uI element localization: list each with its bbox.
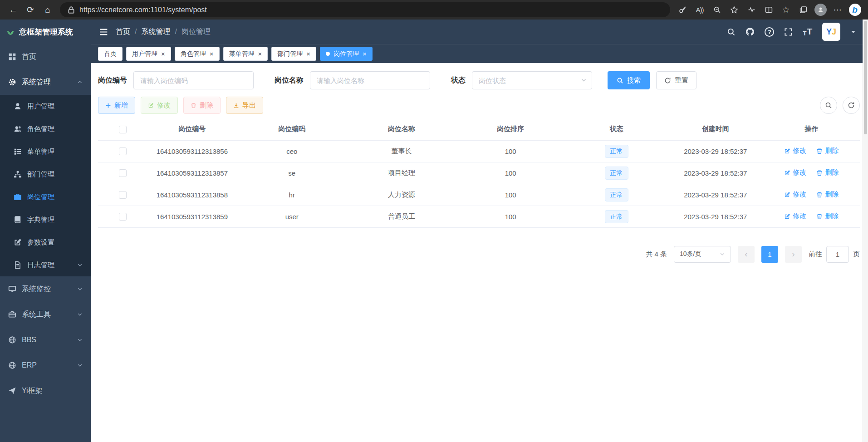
home-button[interactable]: ⌂: [39, 2, 56, 18]
export-button[interactable]: 导出: [226, 97, 263, 114]
tab-close-icon[interactable]: ×: [363, 50, 367, 57]
status-badge: 正常: [605, 167, 628, 180]
breadcrumb-system[interactable]: 系统管理: [141, 27, 170, 37]
read-aloud-icon[interactable]: A)): [691, 2, 708, 18]
tab-close-icon[interactable]: ×: [306, 50, 310, 57]
sidebar-item-posts[interactable]: 岗位管理: [0, 186, 91, 208]
row-delete-link[interactable]: 删除: [816, 147, 839, 155]
toggle-search-button[interactable]: [820, 97, 837, 114]
collections-icon[interactable]: [794, 2, 812, 18]
table-row: 1641030593112313857 se 项目经理 100 正常 2023-…: [98, 162, 860, 184]
edit-button-disabled[interactable]: 修改: [141, 97, 178, 114]
font-size-icon[interactable]: TT: [803, 27, 812, 37]
sidebar-item-roles[interactable]: 角色管理: [0, 118, 91, 140]
row-delete-link[interactable]: 删除: [816, 212, 839, 221]
status-select[interactable]: [472, 71, 592, 89]
scrollbar-thumb[interactable]: [864, 21, 867, 134]
favorites-add-icon[interactable]: [726, 2, 743, 18]
edit-icon: [148, 103, 154, 108]
row-edit-link[interactable]: 修改: [784, 212, 806, 221]
status-select-input[interactable]: [472, 71, 592, 89]
tab-menus[interactable]: 菜单管理 ×: [223, 47, 268, 61]
row-edit-link[interactable]: 修改: [784, 147, 806, 155]
browser-essentials-icon[interactable]: [743, 2, 760, 18]
column-header: 岗位编号: [147, 118, 236, 140]
next-page-button[interactable]: ›: [785, 246, 802, 263]
sidebar-item-yi-framework[interactable]: Yi框架: [0, 378, 91, 403]
row-checkbox[interactable]: [119, 147, 127, 155]
sidebar-item-bbs[interactable]: BBS: [0, 327, 91, 353]
sidebar-item-monitoring[interactable]: 系统监控: [0, 276, 91, 302]
sidebar-item-logs[interactable]: 日志管理: [0, 254, 91, 276]
row-checkbox[interactable]: [119, 213, 127, 221]
select-all-checkbox[interactable]: [119, 126, 127, 133]
row-checkbox[interactable]: [119, 169, 127, 177]
main-area: 首页 / 系统管理 / 岗位管理 ? T: [91, 20, 868, 442]
current-page-button[interactable]: 1: [761, 246, 778, 263]
edit-link-label: 修改: [793, 212, 806, 221]
row-edit-link[interactable]: 修改: [784, 190, 806, 199]
sidebar-item-users[interactable]: 用户管理: [0, 95, 91, 118]
favorites-bar-icon[interactable]: ☆: [777, 2, 794, 18]
back-button[interactable]: ←: [5, 2, 22, 18]
users-icon: [14, 125, 22, 133]
address-bar[interactable]: https://ccnetcore.com:1101/system/post: [60, 2, 670, 17]
add-button[interactable]: 新增: [98, 97, 135, 114]
page-size-select[interactable]: 10条/页: [674, 246, 731, 263]
profile-avatar[interactable]: [812, 2, 829, 18]
pagination: 共 4 条 10条/页 ‹ 1 › 前往 页: [98, 246, 860, 263]
sidebar-item-departments[interactable]: 部门管理: [0, 163, 91, 186]
tab-roles[interactable]: 角色管理 ×: [175, 47, 220, 61]
help-icon[interactable]: ?: [765, 27, 774, 37]
sidebar-item-tools[interactable]: 系统工具: [0, 302, 91, 327]
more-menu-icon[interactable]: ⋯: [829, 2, 846, 18]
tab-posts-active[interactable]: 岗位管理 ×: [320, 47, 373, 61]
goto-page-input[interactable]: [826, 246, 849, 263]
reset-button-label: 重置: [675, 76, 688, 85]
tab-departments[interactable]: 部门管理 ×: [271, 47, 316, 61]
refresh-button[interactable]: ⟳: [22, 2, 39, 18]
chevron-down-icon: [77, 312, 83, 317]
search-button[interactable]: 搜索: [608, 71, 650, 89]
post-name-input[interactable]: [310, 71, 430, 89]
tab-users[interactable]: 用户管理 ×: [126, 47, 171, 61]
reset-button[interactable]: 重置: [656, 71, 696, 89]
sidebar-item-erp[interactable]: ERP: [0, 353, 91, 378]
tab-close-icon[interactable]: ×: [258, 50, 262, 57]
tab-home[interactable]: 首页: [98, 47, 123, 61]
user-menu-caret-icon[interactable]: [850, 29, 856, 35]
sidebar-item-label: 部门管理: [27, 170, 54, 179]
split-screen-icon[interactable]: [760, 2, 777, 18]
github-icon[interactable]: [745, 27, 755, 36]
page-scrollbar[interactable]: [863, 20, 868, 442]
user-avatar[interactable]: YJ: [822, 23, 840, 41]
edit-icon: [784, 213, 790, 220]
tab-close-icon[interactable]: ×: [210, 50, 214, 57]
prev-page-button[interactable]: ‹: [738, 246, 755, 263]
zoom-icon[interactable]: [708, 2, 726, 18]
app-logo[interactable]: 意框架管理系统: [0, 20, 91, 44]
sidebar-toggle[interactable]: [99, 27, 108, 37]
sidebar-item-parameters[interactable]: 参数设置: [0, 231, 91, 254]
sidebar-item-dictionary[interactable]: 字典管理: [0, 208, 91, 231]
sidebar-item-home[interactable]: 首页: [0, 44, 91, 69]
copilot-icon[interactable]: b: [846, 2, 863, 18]
table-header-row: 岗位编号 岗位编码 岗位名称 岗位排序 状态 创建时间 操作: [98, 118, 860, 140]
delete-button-disabled[interactable]: 删除: [183, 97, 221, 114]
sidebar-item-label: 角色管理: [27, 125, 54, 133]
search-icon[interactable]: [727, 28, 736, 36]
system-submenu: 用户管理 角色管理 菜单管理 部门管理 岗位管理: [0, 95, 91, 276]
refresh-table-button[interactable]: [843, 97, 860, 114]
sidebar-item-menus[interactable]: 菜单管理: [0, 140, 91, 163]
row-checkbox[interactable]: [119, 191, 127, 199]
row-delete-link[interactable]: 删除: [816, 168, 839, 177]
row-edit-link[interactable]: 修改: [784, 168, 806, 177]
row-delete-link[interactable]: 删除: [816, 190, 839, 199]
sidebar-item-system[interactable]: 系统管理: [0, 69, 91, 95]
fullscreen-icon[interactable]: [784, 28, 793, 36]
key-icon[interactable]: [674, 2, 691, 18]
breadcrumb-home[interactable]: 首页: [116, 27, 130, 37]
post-code-input[interactable]: [133, 71, 254, 89]
tab-close-icon[interactable]: ×: [161, 50, 165, 57]
delete-link-label: 删除: [825, 168, 839, 177]
